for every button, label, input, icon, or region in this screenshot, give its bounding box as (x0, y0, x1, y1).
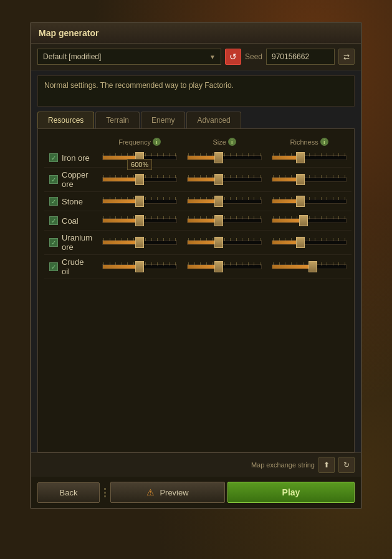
slider-handle[interactable] (214, 237, 223, 248)
import-icon: ⬆ (323, 461, 330, 469)
back-button[interactable]: Back (37, 482, 100, 503)
slider-handle[interactable] (214, 261, 223, 272)
slider-handle[interactable] (135, 261, 144, 272)
size-cell (182, 255, 267, 279)
map-generator-window: Map generator Default [modified] ▼ ↺ See… (30, 22, 362, 509)
slider-track (102, 264, 177, 269)
frequency-cell (97, 192, 182, 211)
slider-container[interactable] (102, 194, 177, 208)
bottom-bar: Map exchange string ⬆ ↻ (31, 452, 361, 477)
resource-checkbox[interactable]: ✓ (49, 262, 58, 271)
size-info-icon[interactable]: i (228, 138, 236, 146)
slider-handle[interactable] (214, 196, 223, 207)
tab-terrain-label: Terrain (106, 116, 129, 125)
slider-handle[interactable] (135, 196, 144, 207)
tab-terrain[interactable]: Terrain (95, 112, 140, 128)
resource-checkbox[interactable]: ✓ (49, 216, 58, 225)
title-bar: Map generator (31, 23, 361, 44)
slider-handle[interactable] (135, 215, 144, 226)
col-header-frequency: Frequency i (97, 135, 182, 148)
richness-cell (267, 192, 351, 211)
resource-name-cell: ✓ Iron ore (44, 148, 97, 168)
slider-handle[interactable] (214, 215, 223, 226)
slider-track (272, 199, 347, 204)
table-row: ✓ Copper ore 600% (44, 168, 351, 192)
shuffle-button[interactable]: ⇄ (338, 49, 355, 65)
tab-enemy[interactable]: Enemy (141, 112, 185, 128)
resource-checkbox[interactable]: ✓ (49, 197, 58, 206)
slider-container[interactable] (187, 173, 262, 186)
reset-button[interactable]: ↺ (225, 49, 241, 65)
resource-name-cell: ✓ Uranium ore (44, 231, 97, 255)
resource-name-cell: ✓ Coal (44, 211, 97, 231)
preview-warning-icon: ⚠ (146, 487, 155, 497)
slider-container[interactable] (102, 260, 177, 274)
slider-handle[interactable] (296, 152, 305, 163)
preview-button[interactable]: ⚠ Preview (110, 482, 225, 503)
table-row: ✓ Crude oil (44, 255, 351, 279)
slider-track (272, 155, 347, 160)
slider-handle[interactable] (296, 237, 305, 248)
slider-fill (103, 199, 140, 203)
size-label: Size (213, 138, 226, 146)
size-cell (182, 192, 267, 211)
slider-container[interactable] (272, 236, 347, 249)
frequency-info-icon[interactable]: i (153, 138, 161, 146)
resource-name-label: Coal (62, 216, 79, 226)
slider-handle[interactable] (214, 152, 223, 163)
shuffle-icon: ⇄ (343, 52, 350, 61)
slider-handle[interactable] (135, 237, 144, 248)
info-box: Normal settings. The recommended way to … (37, 75, 355, 107)
slider-fill (103, 265, 140, 269)
resource-name-label: Copper ore (62, 170, 92, 189)
footer: Back ⚠ Preview Play (31, 477, 361, 508)
tab-resources[interactable]: Resources (37, 112, 94, 128)
tab-advanced[interactable]: Advanced (186, 112, 241, 128)
seed-input[interactable] (266, 49, 335, 65)
frequency-label: Frequency (118, 138, 151, 146)
slider-handle[interactable] (308, 261, 317, 272)
resource-checkbox[interactable]: ✓ (49, 238, 58, 247)
slider-container[interactable] (272, 214, 347, 227)
slider-track (272, 177, 347, 182)
slider-handle[interactable] (214, 174, 223, 185)
slider-container[interactable]: 600% (102, 173, 177, 186)
slider-handle[interactable] (135, 174, 144, 185)
slider-handle[interactable] (299, 215, 308, 226)
slider-tooltip: 600% (127, 159, 152, 170)
slider-track (272, 240, 347, 245)
slider-fill (103, 219, 140, 222)
tab-advanced-label: Advanced (197, 116, 230, 125)
slider-track (102, 199, 177, 204)
slider-container[interactable] (272, 194, 347, 208)
slider-container[interactable] (187, 151, 262, 165)
slider-container[interactable] (187, 214, 262, 227)
slider-container[interactable] (187, 260, 262, 274)
export-button[interactable]: ↻ (338, 457, 355, 473)
slider-container[interactable] (102, 214, 177, 227)
slider-container[interactable] (187, 194, 262, 208)
preview-label: Preview (160, 488, 188, 497)
import-button[interactable]: ⬆ (318, 457, 335, 473)
resource-name-label: Stone (62, 197, 83, 206)
resource-name-label: Uranium ore (62, 233, 92, 252)
preset-dropdown[interactable]: Default [modified] ▼ (37, 49, 221, 65)
resource-checkbox[interactable]: ✓ (49, 175, 58, 184)
slider-handle[interactable] (296, 196, 305, 207)
slider-container[interactable] (272, 151, 347, 165)
slider-container[interactable] (272, 173, 347, 186)
slider-container[interactable] (102, 236, 177, 249)
richness-cell (267, 168, 351, 192)
checkbox-check-icon: ✓ (51, 198, 56, 205)
size-cell (182, 211, 267, 231)
play-label: Play (282, 487, 300, 497)
slider-track (272, 264, 347, 269)
slider-handle[interactable] (296, 174, 305, 185)
richness-cell (267, 211, 351, 231)
resource-checkbox[interactable]: ✓ (49, 153, 58, 162)
play-button[interactable]: Play (227, 482, 355, 503)
slider-container[interactable] (187, 236, 262, 249)
slider-container[interactable] (272, 260, 347, 274)
richness-info-icon[interactable]: i (320, 138, 328, 146)
slider-fill (272, 265, 313, 269)
